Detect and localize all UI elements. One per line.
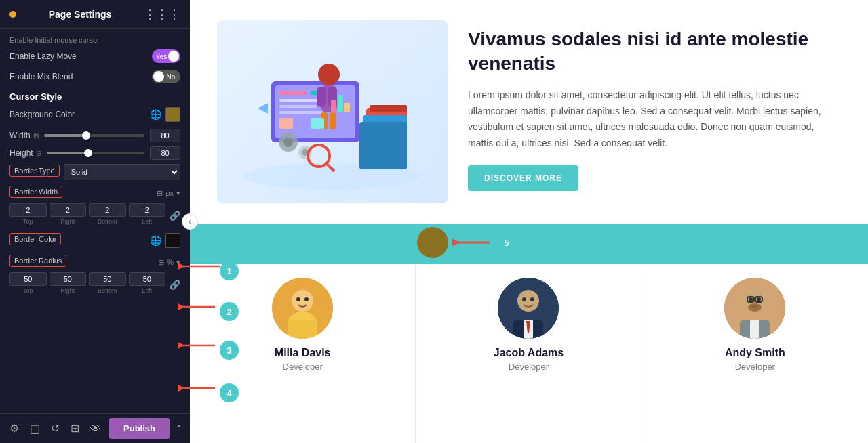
svg-point-12 bbox=[318, 64, 340, 85]
avatar-jacob bbox=[498, 278, 559, 339]
right-content: Vivamus sodales nisi id ante molestie ve… bbox=[190, 0, 868, 443]
avatar-andy bbox=[724, 278, 785, 339]
svg-point-43 bbox=[530, 297, 534, 301]
svg-rect-38 bbox=[288, 320, 317, 339]
collapse-panel-button[interactable]: ‹ bbox=[182, 213, 198, 230]
panel-title: Page Settings bbox=[49, 9, 112, 20]
border-width-top[interactable] bbox=[9, 203, 47, 217]
border-width-bottom-label: Bottom bbox=[98, 218, 117, 225]
lazy-move-toggle[interactable]: Yes bbox=[152, 49, 180, 63]
border-color-swatch[interactable] bbox=[165, 233, 180, 248]
border-radius-top-label: Top bbox=[23, 287, 33, 294]
width-monitor-icon: ⊟ bbox=[33, 132, 39, 140]
svg-rect-17 bbox=[330, 112, 336, 129]
border-type-select[interactable]: Solid None Dashed Dotted Double bbox=[64, 164, 180, 180]
svg-rect-27 bbox=[279, 118, 293, 129]
cursor-style-title: Cursor Style bbox=[9, 91, 180, 102]
svg-rect-10 bbox=[279, 105, 317, 108]
height-thumb[interactable] bbox=[84, 149, 92, 157]
width-row: Width ⊟ bbox=[9, 129, 180, 142]
team-name-milla: Milla Davis bbox=[275, 347, 331, 359]
width-slider[interactable] bbox=[44, 134, 144, 137]
border-radius-header: Border Radius ⊟ % ▾ bbox=[9, 255, 180, 270]
layers-icon[interactable]: ◫ bbox=[27, 419, 43, 438]
duplicate-icon[interactable]: ⊞ bbox=[68, 419, 82, 438]
border-type-section: Border Type Solid None Dashed Dotted Dou… bbox=[9, 164, 180, 180]
border-width-unit-text: px bbox=[165, 189, 174, 197]
team-card-andy: Andy Smith Developer bbox=[642, 264, 868, 443]
border-width-right-label: Right bbox=[60, 218, 75, 225]
border-radius-link-icon[interactable]: 🔗 bbox=[170, 280, 180, 290]
panel-content: Enable Initial mouse cursor Enable Lazy … bbox=[0, 29, 190, 413]
avatar-milla-svg bbox=[272, 278, 333, 339]
lazy-move-row: Enable Lazy Move Yes bbox=[9, 49, 180, 63]
svg-point-40 bbox=[517, 290, 539, 312]
height-slider[interactable] bbox=[47, 152, 144, 154]
border-radius-top[interactable] bbox=[9, 272, 47, 286]
height-track[interactable] bbox=[47, 152, 144, 154]
svg-rect-14 bbox=[317, 87, 326, 107]
discover-more-button[interactable]: DISCOVER MORE bbox=[468, 165, 578, 191]
eye-icon[interactable]: 👁 bbox=[87, 420, 104, 438]
svg-rect-24 bbox=[331, 100, 336, 112]
svg-point-19 bbox=[283, 138, 293, 147]
bg-color-swatch[interactable] bbox=[165, 107, 180, 122]
settings-icon[interactable]: ⚙ bbox=[7, 419, 22, 438]
team-role-andy: Developer bbox=[735, 362, 775, 372]
svg-point-36 bbox=[296, 297, 300, 301]
border-radius-bottom-label: Bottom bbox=[98, 287, 117, 294]
left-panel: Page Settings ⋮⋮⋮ Enable Initial mouse c… bbox=[0, 0, 190, 443]
border-radius-left[interactable] bbox=[129, 272, 166, 286]
panel-bottom-toolbar: ⚙ ◫ ↺ ⊞ 👁 Publish ⌃ bbox=[0, 413, 190, 443]
mix-blend-toggle[interactable]: No bbox=[152, 70, 180, 83]
border-width-bottom[interactable] bbox=[89, 203, 126, 217]
border-radius-right[interactable] bbox=[50, 272, 87, 286]
mix-blend-label: Enable Mix Blend bbox=[9, 72, 73, 81]
border-type-row: Border Type Solid None Dashed Dotted Dou… bbox=[9, 164, 180, 180]
border-radius-left-field: Left bbox=[129, 272, 166, 294]
grid-icon[interactable]: ⋮⋮⋮ bbox=[144, 7, 180, 22]
lazy-move-knob bbox=[168, 51, 179, 62]
border-radius-top-field: Top bbox=[9, 272, 47, 294]
svg-rect-2 bbox=[370, 105, 407, 112]
border-width-right[interactable] bbox=[50, 203, 87, 217]
width-fill bbox=[44, 134, 84, 137]
border-width-left-field: Left bbox=[129, 203, 166, 225]
border-radius-monitor-icon: ⊟ bbox=[158, 258, 164, 267]
hero-svg bbox=[224, 27, 441, 196]
svg-rect-25 bbox=[338, 95, 343, 112]
cursor-circle-indicator bbox=[417, 227, 448, 258]
border-width-monitor-icon: ⊟ bbox=[157, 189, 163, 198]
border-radius-unit: ⊟ % ▾ bbox=[158, 258, 180, 267]
team-name-jacob: Jacob Adams bbox=[494, 347, 564, 359]
width-track[interactable] bbox=[44, 134, 144, 137]
border-radius-section: Border Radius ⊟ % ▾ Top Right bbox=[9, 255, 180, 297]
svg-rect-7 bbox=[279, 91, 307, 95]
publish-button[interactable]: Publish bbox=[109, 418, 170, 439]
border-color-globe-icon[interactable]: 🌐 bbox=[150, 235, 161, 246]
hero-illustration bbox=[217, 20, 448, 203]
border-radius-unit-text: % bbox=[167, 258, 174, 266]
initial-cursor-label: Enable Initial mouse cursor bbox=[9, 36, 180, 44]
border-width-bottom-field: Bottom bbox=[89, 203, 126, 225]
chevron-up-icon[interactable]: ⌃ bbox=[175, 423, 183, 434]
bg-color-globe-icon[interactable]: 🌐 bbox=[150, 109, 161, 120]
height-value[interactable] bbox=[150, 146, 180, 160]
border-width-right-field: Right bbox=[50, 203, 87, 225]
border-width-top-label: Top bbox=[23, 218, 33, 225]
history-icon[interactable]: ↺ bbox=[48, 419, 62, 438]
border-width-link-icon[interactable]: 🔗 bbox=[170, 211, 180, 221]
lazy-move-label: Enable Lazy Move bbox=[9, 51, 77, 61]
border-radius-bottom[interactable] bbox=[89, 272, 126, 286]
border-width-left[interactable] bbox=[129, 203, 166, 217]
border-width-inputs: Top Right Bottom Left bbox=[9, 203, 165, 225]
width-label-group: Width ⊟ bbox=[9, 131, 39, 140]
width-thumb[interactable] bbox=[82, 131, 90, 140]
border-color-section: Border Color 🌐 bbox=[9, 233, 180, 248]
width-value[interactable] bbox=[150, 129, 180, 142]
svg-point-51 bbox=[757, 297, 761, 301]
cursor-arrow-svg bbox=[452, 236, 493, 249]
traffic-light bbox=[9, 11, 16, 18]
team-section: Milla Davis Developer bbox=[190, 264, 868, 443]
team-card-jacob: Jacob Adams Developer bbox=[416, 264, 642, 443]
